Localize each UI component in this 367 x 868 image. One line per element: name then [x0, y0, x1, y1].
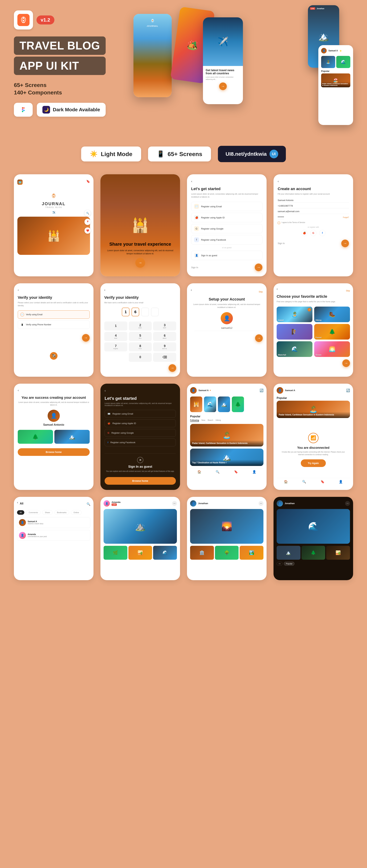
- tab-following[interactable]: Following: [190, 419, 199, 422]
- dark-register-facebook[interactable]: f Register using Facebook: [105, 438, 176, 446]
- tab-profile[interactable]: 👤: [252, 470, 256, 474]
- story-1[interactable]: 🕌: [190, 397, 202, 412]
- amanda-img-3[interactable]: 🌊: [153, 546, 177, 560]
- browse-home-btn-guest[interactable]: Browse home: [105, 477, 176, 485]
- browse-home-btn-success[interactable]: Browse home: [18, 448, 90, 456]
- story-3[interactable]: 🏔️: [218, 397, 230, 412]
- jonathan-img-2[interactable]: 🌳: [215, 546, 239, 560]
- auth-next-btn-1[interactable]: →: [255, 264, 262, 271]
- register-apple-option[interactable]: 🍎 Register using Apple ID: [191, 213, 262, 222]
- disc-tab-bookmark[interactable]: 🔖: [320, 480, 324, 484]
- back-arrow-7[interactable]: ‹: [18, 389, 90, 392]
- feed-item-2[interactable]: 👤 Amanda commented on your post: [17, 530, 90, 541]
- fav-ocean[interactable]: 🌅 Ocean: [314, 341, 350, 357]
- disc-tab-search[interactable]: 🔍: [302, 480, 306, 484]
- side-icon-3[interactable]: ❤️: [84, 227, 91, 234]
- key-0[interactable]: 0: [129, 353, 152, 362]
- fav-island[interactable]: 🏝️ Island ✓: [277, 307, 312, 322]
- light-mode-badge[interactable]: ☀️ Light Mode: [81, 147, 141, 161]
- back-arrow-all[interactable]: ‹: [17, 501, 18, 504]
- forgot-link[interactable]: Forgot?: [343, 216, 349, 218]
- facebook-social-btn[interactable]: f: [319, 230, 326, 236]
- verify-phone-option[interactable]: 📱 Verify using Phone Number: [18, 320, 90, 329]
- key-7[interactable]: 7PQRS: [104, 342, 128, 351]
- story-4[interactable]: 🌲: [232, 397, 244, 412]
- disc-tab-home[interactable]: 🏠: [284, 480, 288, 484]
- email-value[interactable]: samuel.a@email.com: [278, 210, 349, 214]
- feed-item-1[interactable]: 👤 Samuel A shared a travel story: [17, 517, 90, 528]
- register-facebook-option[interactable]: f Register using Facebook: [191, 235, 262, 244]
- register-google-option[interactable]: G Register using Google: [191, 224, 262, 233]
- name-value[interactable]: Samuel Antonio: [278, 199, 349, 203]
- sign-in-link-2[interactable]: Sign In: [278, 242, 285, 245]
- jonathan-dark-img-2[interactable]: 🌲: [302, 546, 325, 560]
- terms-checkbox[interactable]: [278, 222, 280, 224]
- filter-bookmarks[interactable]: Bookmarks: [54, 510, 69, 515]
- key-3[interactable]: 3DEF: [153, 321, 176, 331]
- setup-next-btn[interactable]: →: [255, 334, 263, 342]
- back-arrow-4[interactable]: ‹: [104, 288, 176, 292]
- jonathan-dark-img-1[interactable]: 🏔️: [277, 546, 301, 560]
- dark-register-google[interactable]: G Register using Google: [105, 429, 176, 437]
- verify-email-option[interactable]: ✉️ Verify using Email: [18, 310, 90, 319]
- back-arrow-6[interactable]: ‹: [277, 287, 278, 291]
- key-8[interactable]: 8TUV: [129, 342, 152, 351]
- filter-online[interactable]: Online: [71, 510, 82, 515]
- key-5[interactable]: 5JKL: [129, 332, 152, 341]
- back-arrow-1[interactable]: ‹: [191, 180, 262, 183]
- amanda-img-1[interactable]: 🌿: [104, 546, 128, 560]
- sign-in-guest-option[interactable]: 👤 Sign In as guest: [191, 251, 262, 260]
- google-social-btn[interactable]: G: [310, 230, 316, 236]
- filter-all[interactable]: All: [17, 510, 24, 515]
- fav-waterfall[interactable]: 🌊 Waterfall: [277, 341, 312, 357]
- password-value[interactable]: ••••••••: [278, 216, 284, 219]
- disc-refresh-icon[interactable]: 🔄: [346, 389, 350, 392]
- try-again-btn[interactable]: Try Again: [301, 459, 326, 467]
- article-card-2[interactable]: 🏔️ Top 7 Destination at Haute Ridmo !: [190, 448, 263, 466]
- tab-hiking[interactable]: Hiking: [216, 419, 221, 422]
- tab-home[interactable]: 🏠: [197, 470, 201, 474]
- amanda-img-2[interactable]: 🏜️: [129, 546, 152, 560]
- jonathan-img-3[interactable]: 🏞️: [239, 546, 263, 560]
- back-arrow-3[interactable]: ‹: [18, 288, 90, 292]
- refresh-icon[interactable]: 🔄: [260, 389, 263, 392]
- key-1[interactable]: 1: [104, 321, 128, 331]
- fav-forest[interactable]: 🌲 Forest: [314, 324, 350, 340]
- dark-tab-2[interactable]: Popular: [284, 562, 294, 566]
- back-arrow-2[interactable]: ‹: [278, 180, 349, 183]
- key-6[interactable]: 6MNO: [153, 332, 176, 341]
- article-card-1[interactable]: 🏝️ Padar Island, Caribbean Sensation in …: [190, 424, 263, 446]
- jonathan-dark-img-3[interactable]: 🏜️: [326, 546, 350, 560]
- jonathan-dots[interactable]: ⋯: [259, 501, 263, 506]
- tab-search-bottom[interactable]: 🔍: [216, 470, 220, 474]
- auth-next-btn-2[interactable]: →: [341, 240, 349, 247]
- fav-person[interactable]: 🧗: [277, 324, 312, 340]
- cancel-guest-btn[interactable]: ✕: [137, 457, 143, 463]
- side-icon-2[interactable]: 📍: [84, 219, 91, 225]
- register-email-option[interactable]: ✉️ Register using Email: [191, 202, 262, 211]
- ui8-badge[interactable]: UI8.net/ydntkwia UI: [218, 146, 286, 162]
- back-arrow-dark[interactable]: ‹: [105, 389, 176, 393]
- key-backspace[interactable]: ⌫: [153, 353, 176, 362]
- fav-hiking[interactable]: 🥾 Hiking: [314, 307, 350, 322]
- key-2[interactable]: 2ABC: [129, 321, 152, 331]
- fav-next-btn[interactable]: →: [342, 359, 350, 367]
- sign-in-link-1[interactable]: Sign In: [191, 266, 198, 269]
- disc-tab-profile[interactable]: 👤: [339, 480, 343, 484]
- dark-mode-badge[interactable]: 🌙 Dark Mode Available: [37, 103, 106, 117]
- side-icon-1[interactable]: 🔍: [84, 210, 91, 216]
- story-2[interactable]: 🌊: [204, 397, 216, 412]
- all-search-icon[interactable]: 🔍: [87, 502, 90, 506]
- verify-plane-btn[interactable]: ✈️: [50, 352, 58, 360]
- tab-new[interactable]: New: [201, 419, 205, 422]
- tab-bookmark[interactable]: 🔖: [234, 470, 238, 474]
- jonathan-dark-dots[interactable]: ⋯: [345, 501, 350, 506]
- key-9[interactable]: 9WXYZ: [153, 342, 176, 351]
- tab-beach[interactable]: Beach: [208, 419, 213, 422]
- otp-next-btn[interactable]: →: [169, 364, 176, 372]
- dark-tab-1[interactable]: All: [277, 562, 283, 566]
- dark-register-apple[interactable]: 🍎 Register using Apple ID: [105, 420, 176, 427]
- filter-share[interactable]: Share: [42, 510, 53, 515]
- bookmark-icon[interactable]: 🔖: [86, 180, 90, 185]
- verify-next-btn[interactable]: →: [82, 334, 90, 342]
